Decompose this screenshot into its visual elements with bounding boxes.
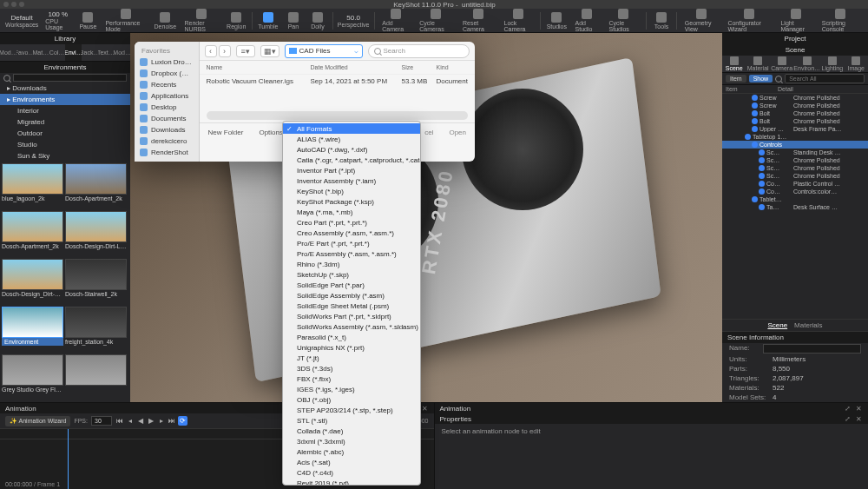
environment-thumbnail[interactable]: Dosch-Apartment_2k [2,211,63,257]
visibility-icon[interactable] [752,118,758,124]
visibility-icon[interactable] [759,173,765,179]
close-icon[interactable]: ✕ [855,415,863,423]
tree-item[interactable]: Outdoor [0,128,130,139]
skip-start-icon[interactable]: ⏮ [115,416,125,426]
new-folder-button[interactable]: New Folder [208,129,244,136]
format-option[interactable]: Inventor Assembly (*.iam) [283,175,420,186]
format-option[interactable]: Catia (*.cgr, *.catpart, *.catproduct, *… [283,155,420,165]
format-option[interactable]: Revit 2019 (*.rvt) [283,478,420,486]
step-forward-icon[interactable]: ▸ [157,416,167,426]
scene-tree-item[interactable]: Controls [722,141,868,149]
format-option[interactable]: KeyShot Package (*.ksp) [283,196,420,207]
dolly-button[interactable]: Dolly [306,9,330,32]
environment-thumbnail[interactable]: Environment [2,307,63,353]
view-list-icon[interactable]: ≡▾ [236,45,255,57]
pan-button[interactable]: Pan [281,9,306,32]
window-controls[interactable] [3,2,24,7]
scene-tree-item[interactable]: Tabletop 1… [722,133,868,141]
project-tab[interactable]: Lighting [820,56,844,72]
format-option[interactable]: Pro/E Part (*.prt, *.prt.*) [283,238,420,248]
skip-end-icon[interactable]: ⏭ [168,416,177,426]
sidebar-location[interactable]: derekcicero [135,135,199,147]
environment-thumbnail[interactable]: Dosch-Stairwell_2k [65,259,127,305]
visibility-icon[interactable] [752,196,758,202]
mini-tab-materials[interactable]: Materials [794,321,822,329]
workspace-selector[interactable]: DefaultWorkspaces [3,9,40,32]
format-option[interactable]: KeyShot (*.bip) [283,186,420,196]
playhead[interactable] [68,429,69,489]
visibility-icon[interactable] [752,110,758,116]
scene-tree-item[interactable]: Upper …Desk Frame Pa… [722,125,868,133]
project-tab[interactable]: Camera [770,56,793,72]
pause-button[interactable]: Pause [76,9,100,32]
project-tab[interactable]: Material [746,56,769,72]
add-camera-button[interactable]: Add Camera [377,9,414,32]
format-option[interactable]: Acis (*.sat) [283,457,420,467]
sidebar-location[interactable]: RenderShot [135,147,199,158]
format-option[interactable]: Maya (*.ma, *.mb) [283,207,420,217]
format-option[interactable]: 3DS (*.3ds) [283,363,420,373]
tree-item[interactable]: Studio [0,139,130,150]
sidebar-location[interactable]: Desktop [135,102,199,113]
format-option[interactable]: STEP AP203/214 (*.stp, *.step) [283,405,420,415]
format-option[interactable]: Rhino (*.3dm) [283,259,420,269]
scene-tree-item[interactable]: Tablet… [722,195,868,203]
format-option[interactable]: Parasolid (*.x_t) [283,332,420,342]
configurator-button[interactable]: Configurator Wizard [722,9,775,32]
visibility-icon[interactable] [759,157,765,163]
library-tab[interactable]: Back… [82,44,98,61]
animation-wizard-button[interactable]: ✨ Animation Wizard [5,416,70,426]
library-tab[interactable]: Text… [98,44,115,61]
scene-tree-item[interactable]: Sc…Chrome Polished [722,172,868,180]
file-list-header[interactable]: Name Date Modified Size Kind [200,61,475,75]
scripting-button[interactable]: Scripting Console [817,9,865,32]
fps-input[interactable] [91,416,112,426]
visibility-icon[interactable] [759,149,765,155]
cancel-button[interactable]: cel [424,129,433,136]
geometry-view-button[interactable]: Geometry View [680,9,723,32]
format-option[interactable]: SolidWorks Part (*.prt, *.sldprt) [283,311,420,321]
library-tab[interactable]: Favo… [16,44,33,61]
expand-icon[interactable]: ⤢ [844,405,852,413]
scene-tree-item[interactable]: ScrewChrome Polished [722,102,868,109]
sidebar-location[interactable]: Applications [135,90,199,102]
visibility-icon[interactable] [759,204,765,210]
sidebar-location[interactable]: Downloads [135,124,199,135]
loop-icon[interactable]: ⟳ [178,416,187,426]
render-nurbs-button[interactable]: Render NURBS [180,9,224,32]
scene-tree-item[interactable]: BoltChrome Polished [722,109,868,117]
tree-item[interactable]: Sun & Sky [0,150,130,162]
format-option[interactable]: Pro/E Assembly (*.asm, *.asm.*) [283,248,420,259]
perf-mode-button[interactable]: Performance Mode [100,9,151,32]
visibility-icon[interactable] [745,134,751,140]
expand-icon[interactable]: ⤢ [844,415,852,423]
sidebar-location[interactable]: Recents [135,79,199,90]
scene-tree-item[interactable]: BoltChrome Polished [722,117,868,125]
format-option[interactable]: Creo Part (*.prt, *.prt.*) [283,217,420,228]
file-row[interactable]: Robotic Vacuum Cleaner.igsSep 14, 2021 a… [200,75,475,88]
project-tab[interactable]: Environ… [793,56,820,72]
scrollbar[interactable] [207,111,468,120]
step-back-icon[interactable]: ◂ [126,416,135,426]
library-tab[interactable]: Mod… [114,44,130,61]
environment-thumbnail[interactable]: Dosch-Apartment_2k [65,163,127,209]
sidebar-location[interactable]: Luxion Dro… [135,56,199,68]
format-option[interactable]: C4D (*.c4d) [283,467,420,478]
add-studio-button[interactable]: Add Studio [570,9,604,32]
location-selector[interactable]: CAD Files ⌵ [285,44,363,58]
denoise-button[interactable]: Denoise [151,9,179,32]
environment-thumbnail[interactable]: Grey Studio Grey Floor 4K GSG_PRO_STUDIO… [2,354,63,400]
visibility-icon[interactable] [752,142,758,148]
region-button[interactable]: Region [223,9,248,32]
format-option[interactable]: ALIAS (*.wire) [283,134,420,144]
tree-item[interactable]: Interior [0,105,130,116]
library-tab[interactable]: Mat… [33,44,49,61]
cpu-usage[interactable]: 100 %CPU Usage [40,9,76,32]
library-tab[interactable]: Mod… [0,44,16,61]
scene-tree-item[interactable]: Sc…Standing Desk … [722,149,868,156]
format-option[interactable]: SolidWorks Assembly (*.asm, *.sldasm) [283,321,420,332]
project-tab[interactable]: Image [845,56,868,72]
visibility-icon[interactable] [752,102,758,109]
sidebar-location[interactable]: Documents [135,113,199,124]
forward-button[interactable]: › [219,45,231,57]
